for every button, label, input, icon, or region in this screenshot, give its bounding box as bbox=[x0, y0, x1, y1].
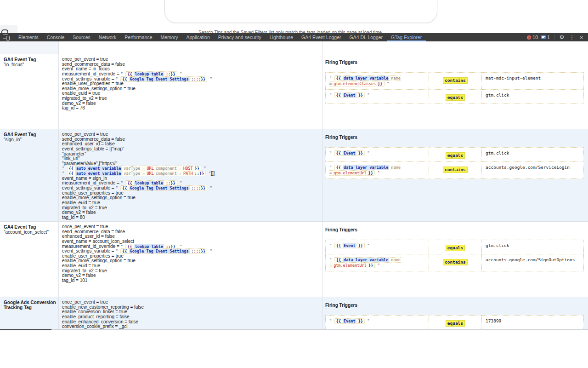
text-segment: {{ bbox=[127, 72, 132, 76]
property-line: migrated_to_v2 = true bbox=[62, 269, 322, 274]
text-segment: {{ bbox=[69, 166, 74, 171]
text-segment: " bbox=[115, 186, 120, 190]
devtools-tabs: ElementsConsoleSourcesNetworkPerformance… bbox=[14, 33, 527, 41]
property-line: enable_more_settings_option = true bbox=[62, 196, 322, 201]
text-segment: migrated_to_v2 = true bbox=[62, 268, 107, 273]
gtm-variable-chip: {{Google Tag Event Settings::::}} bbox=[120, 248, 207, 254]
text-segment: ]]] bbox=[211, 171, 215, 176]
tab-lighthouse[interactable]: Lighthouse bbox=[266, 33, 297, 41]
tab-application[interactable]: Application bbox=[182, 33, 214, 41]
text-segment: " bbox=[375, 171, 380, 175]
tag-row: GA4 Event Tag"in_focus"once_per_event = … bbox=[0, 54, 588, 129]
tag-type-label: GA4 Event Tag bbox=[4, 57, 57, 62]
tag-type-label: GA4 Event Tag bbox=[4, 132, 57, 137]
scrollbar-thumb[interactable] bbox=[0, 329, 51, 330]
text-segment: " bbox=[206, 171, 211, 176]
gtm-variable-chip: {{Event}} bbox=[334, 150, 365, 156]
tab-ga4-dl-logger[interactable]: GA4 DL Logger bbox=[345, 33, 387, 41]
trigger-operator-cell: contains bbox=[429, 162, 481, 179]
toggle-device-toolbar-button[interactable] bbox=[0, 33, 12, 41]
text-segment: once_per_event = true bbox=[62, 132, 108, 137]
gear-icon[interactable]: ⚙ bbox=[559, 34, 565, 40]
text-segment: }} bbox=[195, 166, 199, 171]
firing-triggers-table: " {{Event}} "equalsgtm.click" {{data lay… bbox=[325, 240, 584, 271]
trigger-operator-cell: contains bbox=[429, 254, 481, 271]
text-segment: enhanced_user_id = false bbox=[62, 234, 115, 239]
gtm-variable-chip: {{Google Tag Event Settings::::}} bbox=[120, 76, 207, 82]
text-segment: Event bbox=[343, 319, 356, 323]
text-segment: " bbox=[365, 151, 370, 155]
tab-console[interactable]: Console bbox=[43, 33, 69, 41]
trigger-operator: equals bbox=[446, 320, 465, 327]
tag-name-label: "sign_in" bbox=[4, 137, 57, 142]
text-segment: varType = bbox=[124, 171, 145, 176]
trigger-operator-cell: equals bbox=[429, 90, 481, 104]
trigger-row: " {{data layer variablename =gtm.element… bbox=[326, 162, 584, 179]
text-segment: gtm.elementClasses bbox=[334, 81, 376, 86]
trigger-variable-cell: " {{Event}} " bbox=[326, 148, 429, 162]
text-segment: " bbox=[375, 263, 380, 268]
text-segment: " bbox=[329, 258, 334, 262]
issues-icon bbox=[541, 35, 546, 40]
text-segment: send_ecommerce_data = false bbox=[62, 229, 125, 234]
text-segment: enable_euid = true bbox=[62, 200, 100, 205]
tag-name-label: "account_icon_select" bbox=[4, 230, 57, 235]
text-segment: enable_new_customer_reporting = false bbox=[62, 305, 144, 310]
property-line: migrated_to_v2 = true bbox=[62, 96, 322, 101]
text-segment: " bbox=[329, 76, 334, 80]
tab-performance[interactable]: Performance bbox=[120, 33, 156, 41]
text-segment: Event bbox=[343, 243, 356, 248]
gtag-explorer-panel: GA4 Event Tag"in_focus"once_per_event = … bbox=[0, 41, 588, 330]
text-segment: " bbox=[329, 243, 334, 248]
horizontal-scrollbar[interactable] bbox=[0, 329, 588, 330]
issues-count-badge[interactable]: 1 bbox=[541, 34, 550, 40]
property-line: "parameter" bbox=[62, 152, 322, 157]
tab-ga4-event-logger[interactable]: GA4 Event Logger bbox=[297, 33, 345, 41]
screen: Search Tips and the Saved Filters list o… bbox=[0, 0, 588, 368]
text-segment: event_settings_variable = bbox=[62, 248, 115, 253]
tab-network[interactable]: Network bbox=[95, 33, 121, 41]
text-segment: data layer variable bbox=[343, 258, 389, 262]
devtools-toolbar: ElementsConsoleSourcesNetworkPerformance… bbox=[0, 33, 588, 41]
kebab-menu-icon[interactable]: ⋮ bbox=[569, 34, 576, 40]
text-segment: once_per_event = true bbox=[62, 224, 108, 229]
trigger-variable-cell: " {{data layer variablename =gtm.element… bbox=[326, 162, 429, 179]
text-segment: "parameter" bbox=[62, 151, 86, 156]
text-segment: Google Tag Event Settings bbox=[129, 249, 190, 253]
tab-sources[interactable]: Sources bbox=[68, 33, 95, 41]
trigger-value-cell: mat-mdc-input-element bbox=[482, 73, 584, 90]
text-segment: event_name = account_icon_select bbox=[62, 239, 134, 244]
search-bar-remnant[interactable] bbox=[164, 0, 437, 23]
text-segment: enable_more_settings_option = true bbox=[62, 258, 136, 263]
tab-memory[interactable]: Memory bbox=[156, 33, 182, 41]
tag-name-cell: GA4 Event Tag"sign_in" bbox=[0, 129, 59, 221]
trigger-row: " {{Event}} "equalsgtm.click bbox=[326, 90, 584, 104]
gtm-variable-chip: {{Event}} bbox=[334, 92, 365, 98]
trigger-operator: contains bbox=[443, 77, 468, 84]
trigger-row: " {{data layer variablename =gtm.element… bbox=[326, 254, 584, 271]
text-segment: " bbox=[121, 181, 126, 185]
text-segment: " bbox=[329, 319, 334, 323]
close-icon[interactable]: ✕ bbox=[579, 35, 584, 40]
error-count-badge[interactable]: ✕ 10 bbox=[527, 34, 538, 40]
trigger-variable-cell: " {{data layer variablename =gtm.element… bbox=[326, 73, 429, 90]
text-segment: " bbox=[329, 93, 334, 98]
trigger-operator: equals bbox=[446, 152, 465, 159]
tag-type-label: Google Ads Conversion Tracking Tag bbox=[4, 300, 57, 310]
text-segment: gtm.elementUrl bbox=[334, 171, 367, 175]
text-segment: varType = bbox=[124, 166, 145, 171]
text-segment: " bbox=[365, 243, 370, 248]
text-segment: data layer variable bbox=[343, 76, 389, 80]
text-segment: event_settings_table = [["map" bbox=[62, 146, 124, 151]
tab-gtag-explorer[interactable]: GTag Explorer bbox=[387, 33, 426, 41]
text-segment: }} bbox=[358, 151, 363, 155]
gtm-variable-chip: {{Google Tag Event Settings::::}} bbox=[120, 185, 207, 191]
error-count: 10 bbox=[532, 34, 538, 40]
text-segment: tag_id = 76 bbox=[62, 105, 85, 110]
tab-privacy-and-security[interactable]: Privacy and security bbox=[214, 33, 266, 41]
toolbar-separator bbox=[13, 34, 13, 40]
text-segment: enable_user_properties = true bbox=[62, 81, 124, 86]
text-segment: "parameterValue",["https://" bbox=[62, 161, 117, 166]
tab-elements[interactable]: Elements bbox=[14, 33, 43, 41]
text-segment: " bbox=[115, 77, 120, 81]
